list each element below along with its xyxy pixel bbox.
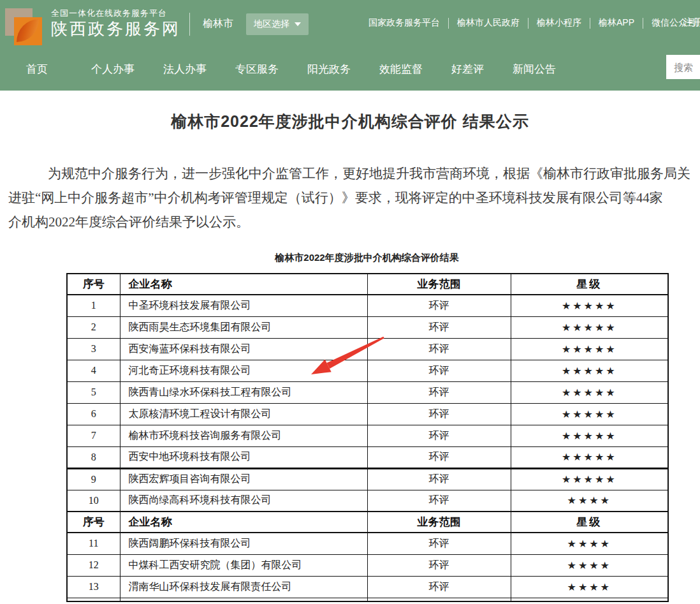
site-logo-icon: [5, 7, 43, 45]
paragraph-line: 为规范中介服务行为，进一步强化中介监管工作，更好地提升我市营商环境，根据《榆林市…: [8, 161, 700, 186]
star-rating: ★★★★★: [511, 360, 668, 381]
row-number: 1: [67, 295, 120, 316]
table-header-row: 序号企业名称业务范围星级: [67, 512, 668, 533]
business-scope: 环评: [367, 338, 511, 360]
row-number: 12: [67, 554, 120, 576]
row-number: 3: [67, 338, 120, 360]
table-row: 1中圣环境科技发展有限公司环评★★★★★: [67, 295, 668, 316]
empty-cell: [367, 598, 511, 601]
star-rating: ★★★★★: [511, 316, 668, 338]
business-scope: 环评: [367, 316, 511, 338]
empty-cell: [120, 598, 367, 601]
nav-item-专区服务[interactable]: 专区服务: [235, 62, 279, 77]
column-header: 序号: [67, 274, 120, 295]
row-number: 5: [67, 381, 120, 403]
table-row: 11陕西阔鹏环保科技有限公司环评★★★★: [67, 533, 668, 554]
row-number: 10: [67, 490, 120, 512]
chevron-down-icon: [295, 22, 301, 26]
business-scope: 环评: [367, 425, 511, 446]
empty-cell: [511, 598, 668, 601]
business-scope: 环评: [367, 381, 511, 403]
star-rating: ★★★★: [511, 490, 668, 512]
company-name: 西安海蓝环保科技有限公司: [120, 338, 367, 360]
paragraph-line: 介机构2022年度综合评价结果予以公示。: [8, 210, 700, 234]
header-link[interactable]: 榆林APP: [599, 17, 634, 29]
company-name: 河北奇正环境科技有限公司: [120, 360, 367, 381]
table-row: 3西安海蓝环保科技有限公司环评★★★★★: [67, 338, 668, 360]
star-rating: ★★★★: [511, 576, 668, 598]
company-name: 陕西宏辉项目咨询有限公司: [120, 468, 367, 490]
row-number: 6: [67, 403, 120, 425]
column-header: 企业名称: [120, 274, 367, 295]
company-name: 渭南华山环保科技发展有限责任公司: [120, 576, 367, 598]
star-rating: ★★★★★: [511, 403, 668, 425]
nav-item-法人办事[interactable]: 法人办事: [163, 62, 207, 77]
star-rating: ★★★★★: [511, 338, 668, 360]
results-table-body: 序号企业名称业务范围星级1中圣环境科技发展有限公司环评★★★★★2陕西雨昊生态环…: [67, 274, 668, 601]
company-name: 中煤科工西安研究院（集团）有限公司: [120, 554, 367, 576]
nav-item-效能监督[interactable]: 效能监督: [379, 62, 423, 77]
register-link[interactable]: 注册: [683, 17, 700, 29]
nav-item-个人办事[interactable]: 个人办事: [91, 62, 135, 77]
row-number: 11: [67, 533, 120, 554]
column-header: 业务范围: [367, 274, 511, 295]
platform-subtitle: 全国一体化在线政务服务平台: [51, 8, 180, 18]
column-header: 业务范围: [367, 512, 511, 533]
column-header: 企业名称: [120, 512, 367, 533]
business-scope: 环评: [367, 533, 511, 554]
header-link[interactable]: 国家政务服务平台: [368, 17, 440, 29]
star-rating: ★★★★★: [511, 446, 668, 468]
search-input[interactable]: [666, 55, 700, 79]
company-name: 中圣环境科技发展有限公司: [120, 295, 367, 316]
column-header: 序号: [67, 512, 120, 533]
announcement-paragraph: 为规范中介服务行为，进一步强化中介监管工作，更好地提升我市营商环境，根据《榆林市…: [8, 161, 700, 234]
table-row-partial: [67, 598, 668, 601]
table-row: 4河北奇正环境科技有限公司环评★★★★★: [67, 360, 668, 381]
company-name: 陕西尚绿高科环境科技有限公司: [120, 490, 367, 512]
header-divider: [189, 13, 190, 36]
header-link[interactable]: 榆林市人民政府: [457, 17, 520, 29]
business-scope: 环评: [367, 468, 511, 490]
table-row: 6太原核清环境工程设计有限公司环评★★★★★: [67, 403, 668, 425]
table-caption: 榆林市2022年度涉批中介机构综合评价结果: [66, 252, 667, 264]
site-title-block: 全国一体化在线政务服务平台 陕西政务服务网: [51, 8, 180, 40]
table-row: 7榆林市环境科技咨询服务有限公司环评★★★★★: [67, 425, 668, 446]
results-table: 序号企业名称业务范围星级1中圣环境科技发展有限公司环评★★★★★2陕西雨昊生态环…: [66, 273, 669, 602]
region-selector-button[interactable]: 地区选择: [246, 13, 309, 35]
company-name: 太原核清环境工程设计有限公司: [120, 403, 367, 425]
table-row: 12中煤科工西安研究院（集团）有限公司环评★★★★: [67, 554, 668, 576]
star-rating: ★★★★: [511, 533, 668, 554]
star-rating: ★★★★★: [511, 425, 668, 446]
page-title: 榆林市2022年度涉批中介机构综合评价 结果公示: [0, 111, 700, 132]
company-name: 西安中地环境科技有限公司: [120, 446, 367, 468]
nav-item-阳光政务[interactable]: 阳光政务: [307, 62, 351, 77]
row-number: 4: [67, 360, 120, 381]
link-separator: [590, 18, 590, 29]
table-row: 10陕西尚绿高科环境科技有限公司环评★★★★: [67, 490, 668, 512]
table-header-row: 序号企业名称业务范围星级: [67, 274, 668, 295]
nav-item-首页[interactable]: 首页: [26, 62, 48, 77]
company-name: 陕西阔鹏环保科技有限公司: [120, 533, 367, 554]
star-rating: ★★★★: [511, 554, 668, 576]
row-number: 2: [67, 316, 120, 338]
business-scope: 环评: [367, 554, 511, 576]
header-link[interactable]: 榆林小程序: [537, 17, 581, 29]
business-scope: 环评: [367, 576, 511, 598]
business-scope: 环评: [367, 403, 511, 425]
business-scope: 环评: [367, 446, 511, 468]
link-separator: [643, 18, 643, 29]
nav-item-新闻公告[interactable]: 新闻公告: [513, 62, 556, 77]
company-name: 陕西雨昊生态环境集团有限公司: [120, 316, 367, 338]
table-row: 8西安中地环境科技有限公司环评★★★★★: [67, 446, 668, 468]
main-nav: 首页个人办事法人办事专区服务阳光政务效能监督好差评新闻公告: [0, 48, 700, 91]
current-city[interactable]: 榆林市: [203, 17, 233, 31]
table-row: 9陕西宏辉项目咨询有限公司环评★★★★★: [67, 468, 668, 490]
nav-item-好差评[interactable]: 好差评: [451, 62, 484, 77]
star-rating: ★★★★★: [511, 381, 668, 403]
site-name: 陕西政务服务网: [51, 18, 180, 40]
business-scope: 环评: [367, 490, 511, 512]
paragraph-line: 进驻“网上中介服务超市”中介机构考评管理规定（试行）》要求，现将评定的中圣环境科…: [8, 186, 700, 210]
company-name: 陕西青山绿水环保科技工程有限公司: [120, 381, 367, 403]
company-name: 榆林市环境科技咨询服务有限公司: [120, 425, 367, 446]
header-top: 全国一体化在线政务服务平台 陕西政务服务网 榆林市 地区选择 国家政务服务平台榆…: [0, 0, 700, 48]
